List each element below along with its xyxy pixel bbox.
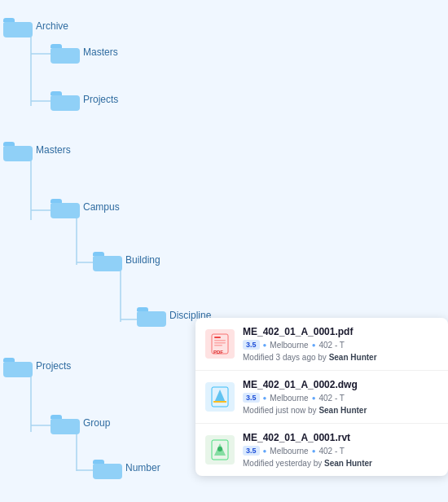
dot-dwg: ● (263, 394, 267, 402)
folder-icon-projects2 (3, 354, 33, 377)
file-name-rvt: ME_402_01_A_0001.rvt (243, 432, 438, 443)
svg-rect-21 (213, 401, 226, 403)
file-item-pdf[interactable]: PDF ME_402_01_A_0001.pdf 3.5 ● Melbourne… (195, 318, 448, 371)
file-info-pdf: ME_402_01_A_0001.pdf 3.5 ● Melbourne ● 4… (243, 326, 438, 362)
folder-icon-projects1 (51, 88, 80, 111)
meta-dwg: Modified just now by Sean Hunter (243, 406, 367, 415)
folder-icon-discipline (137, 304, 166, 327)
folder-group[interactable]: Group (51, 412, 110, 434)
file-name-dwg: ME_402_01_A_0002.dwg (243, 379, 438, 390)
tag-402-rvt: 402 - T (318, 447, 345, 456)
folder-label-archive: Archive (36, 20, 68, 32)
tag-402-dwg: 402 - T (318, 394, 345, 403)
dot2-pdf: ● (312, 341, 316, 349)
file-meta-dwg: 3.5 ● Melbourne ● 402 - T Modified just … (243, 393, 438, 415)
file-name-pdf: ME_402_01_A_0001.pdf (243, 326, 438, 337)
tag-melbourne-dwg: Melbourne (270, 394, 308, 403)
folder-icon-archive (3, 15, 33, 37)
folder-icon-building (93, 249, 122, 271)
tag-402-pdf: 402 - T (318, 341, 345, 350)
file-info-rvt: ME_402_01_A_0001.rvt 3.5 ● Melbourne ● 4… (243, 432, 438, 468)
folder-label-projects2: Projects (36, 360, 71, 372)
svg-text:PDF: PDF (213, 350, 223, 354)
file-thumb-dwg (205, 382, 235, 412)
folder-icon-campus (51, 196, 80, 218)
meta-rvt: Modified yesterday by Sean Hunter (243, 459, 372, 468)
folder-label-number: Number (125, 462, 160, 473)
folder-building[interactable]: Building (93, 249, 160, 271)
folder-label-masters1: Masters (83, 46, 118, 58)
folder-campus[interactable]: Campus (51, 196, 120, 218)
folder-label-group: Group (83, 417, 110, 429)
tree-container: Archive Masters Projects Masters Campus … (0, 0, 448, 502)
dot2-rvt: ● (312, 447, 316, 455)
svg-point-23 (217, 447, 222, 451)
tag-melbourne-rvt: Melbourne (270, 447, 308, 456)
folder-icon-group (51, 412, 80, 434)
folder-icon-masters1 (51, 41, 80, 64)
folder-label-projects1: Projects (83, 94, 118, 105)
file-info-dwg: ME_402_01_A_0002.dwg 3.5 ● Melbourne ● 4… (243, 379, 438, 415)
folder-icon-number (93, 456, 122, 479)
meta-pdf: Modified 3 days ago by Sean Hunter (243, 353, 377, 362)
folder-projects1[interactable]: Projects (51, 88, 118, 111)
badge-version-pdf: 3.5 (243, 340, 260, 350)
file-meta-rvt: 3.5 ● Melbourne ● 402 - T Modified yeste… (243, 446, 438, 468)
file-item-rvt[interactable]: ME_402_01_A_0001.rvt 3.5 ● Melbourne ● 4… (195, 424, 448, 476)
folder-label-masters2: Masters (36, 144, 71, 156)
folder-label-campus: Campus (83, 201, 120, 213)
folder-archive[interactable]: Archive (3, 15, 68, 37)
svg-rect-14 (214, 337, 221, 338)
file-thumb-pdf: PDF (205, 329, 235, 359)
folder-number[interactable]: Number (93, 456, 160, 479)
dot2-dwg: ● (312, 394, 316, 402)
file-meta-pdf: 3.5 ● Melbourne ● 402 - T Modified 3 day… (243, 340, 438, 362)
folder-icon-masters2 (3, 139, 33, 161)
dot-rvt: ● (263, 447, 267, 455)
folder-projects2[interactable]: Projects (3, 354, 71, 377)
tag-melbourne-pdf: Melbourne (270, 341, 308, 350)
svg-rect-17 (214, 345, 222, 346)
badge-version-dwg: 3.5 (243, 393, 260, 403)
folder-masters1[interactable]: Masters (51, 41, 118, 64)
badge-version-rvt: 3.5 (243, 446, 260, 456)
file-item-dwg[interactable]: ME_402_01_A_0002.dwg 3.5 ● Melbourne ● 4… (195, 371, 448, 424)
svg-rect-15 (214, 340, 226, 341)
folder-label-building: Building (125, 254, 160, 266)
dot-pdf: ● (263, 341, 267, 349)
file-panel: PDF ME_402_01_A_0001.pdf 3.5 ● Melbourne… (195, 318, 448, 476)
file-thumb-rvt (205, 435, 235, 465)
svg-rect-16 (214, 342, 226, 344)
folder-masters2[interactable]: Masters (3, 139, 71, 161)
